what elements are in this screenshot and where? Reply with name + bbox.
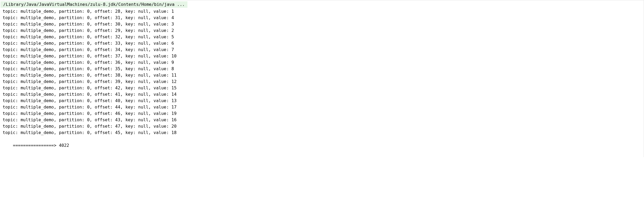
log-line: topic: multiple_demo, partition: 0, offs…	[0, 59, 644, 66]
log-line: topic: multiple_demo, partition: 0, offs…	[0, 104, 644, 110]
log-line: topic: multiple_demo, partition: 0, offs…	[0, 40, 644, 47]
footer-value: 4022	[59, 143, 69, 148]
footer-line: ================> 4022	[0, 136, 644, 155]
log-line: topic: multiple_demo, partition: 0, offs…	[0, 72, 644, 78]
log-line: topic: multiple_demo, partition: 0, offs…	[0, 15, 644, 21]
log-line: topic: multiple_demo, partition: 0, offs…	[0, 85, 644, 91]
log-line: topic: multiple_demo, partition: 0, offs…	[0, 53, 644, 59]
log-lines-container: topic: multiple_demo, partition: 0, offs…	[0, 8, 644, 136]
log-line: topic: multiple_demo, partition: 0, offs…	[0, 110, 644, 117]
log-line: topic: multiple_demo, partition: 0, offs…	[0, 130, 644, 136]
console-output-panel[interactable]: /Library/Java/JavaVirtualMachines/zulu-8…	[0, 0, 644, 157]
log-line: topic: multiple_demo, partition: 0, offs…	[0, 78, 644, 85]
log-line: topic: multiple_demo, partition: 0, offs…	[0, 98, 644, 104]
log-line: topic: multiple_demo, partition: 0, offs…	[0, 117, 644, 123]
command-line[interactable]: /Library/Java/JavaVirtualMachines/zulu-8…	[1, 1, 187, 8]
log-line: topic: multiple_demo, partition: 0, offs…	[0, 47, 644, 53]
log-line: topic: multiple_demo, partition: 0, offs…	[0, 123, 644, 130]
log-line: topic: multiple_demo, partition: 0, offs…	[0, 8, 644, 15]
log-line: topic: multiple_demo, partition: 0, offs…	[0, 27, 644, 34]
log-line: topic: multiple_demo, partition: 0, offs…	[0, 91, 644, 98]
log-line: topic: multiple_demo, partition: 0, offs…	[0, 66, 644, 72]
log-line: topic: multiple_demo, partition: 0, offs…	[0, 34, 644, 40]
footer-arrow: ================>	[13, 143, 57, 148]
log-line: topic: multiple_demo, partition: 0, offs…	[0, 21, 644, 27]
